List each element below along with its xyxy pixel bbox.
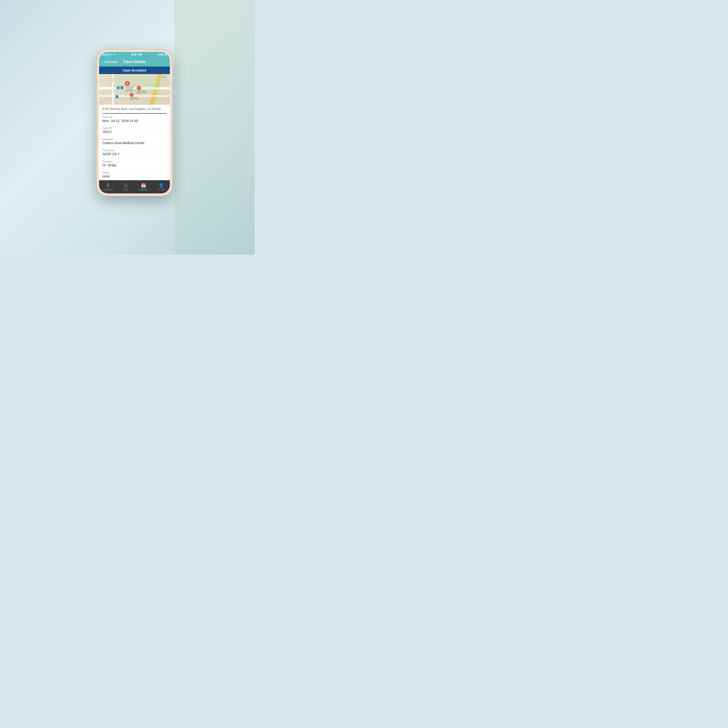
- back-button[interactable]: ‹ Calendar: [102, 60, 118, 64]
- detail-row-surgeon: Surgeon: Dr. Shaiq: [99, 158, 170, 169]
- map-transit-icon2: B: [116, 95, 118, 98]
- detail-row-notes: Notes: none: [99, 169, 170, 180]
- back-label: Calendar: [104, 60, 118, 64]
- detail-label-caseid: Case ID:: [102, 127, 167, 130]
- map-background: Burns Rd ✚ Cedars-SinaiEmergencyDepartme…: [99, 74, 170, 105]
- detail-value-notes: none: [102, 174, 167, 178]
- tab-dashboard[interactable]: 🎛 Dashboard: [99, 183, 117, 191]
- account-icon: 👤: [159, 183, 164, 188]
- map-pin-main: ✚ Cedars-SinaiMedical Center: [137, 86, 146, 94]
- battery-label: 100%: [158, 53, 164, 56]
- map-transit-icons: B B: [117, 86, 123, 89]
- status-left: Hooli ▪▪▪ ∿: [102, 53, 116, 56]
- tab-calendar-label: Calendar: [139, 188, 148, 191]
- map-area[interactable]: Burns Rd ✚ Cedars-SinaiEmergencyDepartme…: [99, 74, 170, 105]
- detail-row-institution: Institution: Cedars-Sinai Medical Center: [99, 136, 170, 147]
- carrier-label: Hooli: [102, 53, 109, 56]
- tab-bar: 🎛 Dashboard ☰ Cases 📅 Calendar 👤: [99, 180, 170, 193]
- map-pin-pancreatic: ✚ Pancreatic &Biliary Program: [130, 93, 139, 100]
- detail-row-starts: Starts at: Mon, Jul 12, 2018 14:30: [99, 114, 170, 125]
- cases-icon: ☰: [124, 183, 128, 188]
- tab-cases-label: Cases: [123, 188, 129, 191]
- phone-screen: Hooli ▪▪▪ ∿ 9:41 AM 100% ▮ ‹: [99, 52, 170, 193]
- tab-dashboard-label: Dashboard: [102, 188, 113, 191]
- detail-value-surgeon: Dr. Shaiq: [102, 163, 167, 167]
- nav-bar: ‹ Calendar Case Details: [99, 57, 170, 67]
- dashboard-icon: 🎛: [106, 183, 110, 188]
- tab-calendar[interactable]: 📅 Calendar: [135, 183, 152, 191]
- detail-value-starts: Mon, Jul 12, 2018 14:30: [102, 119, 167, 123]
- status-time: 9:41 AM: [131, 53, 142, 56]
- detail-label-surgeon: Surgeon:: [102, 160, 167, 163]
- map-pin-emergency: ✚ Cedars-SinaiEmergencyDepartment: [125, 81, 133, 92]
- status-bar: Hooli ▪▪▪ ∿ 9:41 AM 100% ▮: [99, 52, 170, 57]
- calendar-icon: 📅: [141, 183, 146, 188]
- status-right: 100% ▮: [158, 53, 167, 56]
- scene: Hooli ▪▪▪ ∿ 9:41 AM 100% ▮ ‹: [45, 21, 210, 234]
- detail-label-procedure: Procedure:: [102, 149, 167, 152]
- phone-wrapper: Hooli ▪▪▪ ∿ 9:41 AM 100% ▮ ‹: [97, 49, 172, 196]
- signal-icon: ▪▪▪: [110, 53, 113, 56]
- nav-title: Case Details: [123, 60, 145, 64]
- map-label-macys: Macy's: [161, 76, 168, 78]
- screen-content: Hooli ▪▪▪ ∿ 9:41 AM 100% ▮ ‹: [99, 52, 170, 193]
- back-chevron-icon: ‹: [102, 60, 103, 64]
- detail-row-caseid: Case ID: 76312: [99, 125, 170, 136]
- address-text: 8700 Beverly Blvd, Los Angeles, CA 90048: [102, 107, 161, 111]
- tab-account[interactable]: 👤 Account: [152, 183, 170, 191]
- detail-label-institution: Institution:: [102, 138, 167, 141]
- detail-label-starts: Starts at:: [102, 116, 167, 118]
- tab-cases[interactable]: ☰ Cases: [117, 183, 135, 191]
- map-label-burns: Burns Rd: [111, 77, 113, 83]
- detail-value-institution: Cedars-Sinai Medical Center: [102, 141, 167, 145]
- case-accepted-banner: Case Accepted: [99, 67, 170, 74]
- detail-label-notes: Notes:: [102, 171, 167, 174]
- phone-frame: Hooli ▪▪▪ ∿ 9:41 AM 100% ▮ ‹: [97, 49, 172, 196]
- address-row: 8700 Beverly Blvd, Los Angeles, CA 90048: [99, 105, 170, 113]
- battery-icon: ▮: [165, 53, 167, 56]
- detail-row-procedure: Procedure: ACDF C6-7: [99, 147, 170, 158]
- wifi-icon: ∿: [113, 53, 116, 56]
- case-accepted-text: Case Accepted: [123, 69, 146, 72]
- detail-value-caseid: 76312: [102, 130, 167, 134]
- detail-value-procedure: ACDF C6-7: [102, 152, 167, 156]
- tab-account-label: Account: [157, 188, 165, 191]
- content-area: Starts at: Mon, Jul 12, 2018 14:30 Case …: [99, 114, 170, 180]
